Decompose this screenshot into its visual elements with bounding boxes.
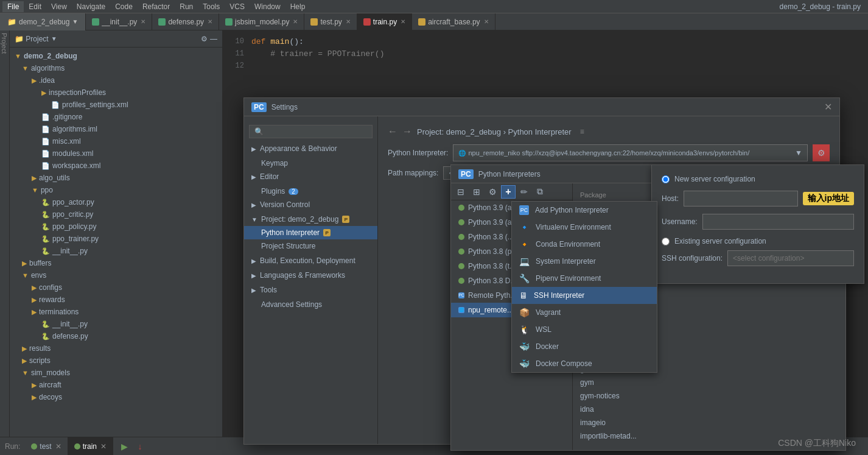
tab-init[interactable]: __init__.py ✕ xyxy=(86,13,152,30)
close-btn[interactable]: ✕ xyxy=(346,18,351,25)
settings-project-header[interactable]: ▼ Project: demo_2_debug P xyxy=(244,213,377,226)
tree-item-algorithms[interactable]: ▼ algorithms xyxy=(10,62,222,74)
settings-keymap[interactable]: Keymap xyxy=(244,157,377,170)
nav-forward-btn[interactable]: → xyxy=(402,126,412,137)
menu-run[interactable]: Run xyxy=(175,1,198,12)
tree-item-buffers[interactable]: ▶ buffers xyxy=(10,257,222,269)
settings-python-interpreter[interactable]: Python Interpreter P xyxy=(244,226,377,239)
tree-item-ppo-trainer[interactable]: 🐍 ppo_trainer.py xyxy=(10,233,222,245)
dropdown-virtualenv[interactable]: 🔹 Virtualenv Environment xyxy=(512,219,657,236)
menu-refactor[interactable]: Refactor xyxy=(138,1,175,12)
menu-window[interactable]: Window xyxy=(250,1,285,12)
menu-edit[interactable]: Edit xyxy=(24,1,46,12)
dropdown-conda[interactable]: 🔸 Conda Environment xyxy=(512,236,657,253)
run-tab-test[interactable]: test ✕ xyxy=(25,437,68,456)
tree-item-configs[interactable]: ▶ configs xyxy=(10,281,222,294)
toolbar-add-btn[interactable]: + xyxy=(501,185,516,199)
dropdown-docker-compose[interactable]: 🐳 Docker Compose xyxy=(512,355,657,372)
tree-item-ppo-actor[interactable]: 🐍 ppo_actor.py xyxy=(10,196,222,208)
run-play-btn[interactable]: ▶ xyxy=(118,440,130,453)
tree-item-misc[interactable]: 📄 misc.xml xyxy=(10,135,222,147)
tree-item-profiles[interactable]: 📄 profiles_settings.xml xyxy=(10,99,222,111)
nav-back-btn[interactable]: ← xyxy=(388,126,397,137)
tree-item-rewards[interactable]: ▶ rewards xyxy=(10,294,222,306)
tree-item-ppo-policy[interactable]: 🐍 ppo_policy.py xyxy=(10,220,222,233)
toolbar-copy-btn[interactable]: ⧉ xyxy=(533,185,547,199)
tree-item-algorithms-iml[interactable]: 📄 algorithms.iml xyxy=(10,123,222,135)
menu-tools[interactable]: Tools xyxy=(198,1,225,12)
run-close-train[interactable]: ✕ xyxy=(100,442,107,451)
dropdown-vagrant[interactable]: 📦 Vagrant xyxy=(512,304,657,321)
menu-vcs[interactable]: VCS xyxy=(225,1,250,12)
menu-navigate[interactable]: Navigate xyxy=(72,1,110,12)
dropdown-wsl[interactable]: 🐧 WSL xyxy=(512,321,657,338)
close-btn[interactable]: ✕ xyxy=(293,18,298,25)
toolbar-collapse-btn[interactable]: ⊟ xyxy=(453,185,468,199)
tree-item-init2[interactable]: 🐍 __init__.py xyxy=(10,318,222,330)
settings-tools-header[interactable]: ▶ Tools xyxy=(244,283,377,297)
tree-item-workspace[interactable]: 📄 workspace.xml xyxy=(10,160,222,172)
settings-search-input[interactable] xyxy=(249,125,373,138)
settings-advanced[interactable]: Advanced Settings xyxy=(244,298,377,311)
dropdown-add-interpreter[interactable]: PC Add Python Interpreter xyxy=(512,202,657,219)
run-stop-btn[interactable]: ↓ xyxy=(134,440,146,453)
tree-item-aircraft[interactable]: ▶ aircraft xyxy=(10,379,222,391)
tree-item-modules[interactable]: 📄 modules.xml xyxy=(10,147,222,160)
settings-close-btn[interactable]: ✕ xyxy=(824,101,832,113)
menu-help[interactable]: Help xyxy=(285,1,310,12)
tree-item-scripts[interactable]: ▶ scripts xyxy=(10,354,222,367)
interpreter-select[interactable]: 🌐 npu_remote_niko sftp://xzq@ipv4.taoche… xyxy=(453,144,808,161)
existing-server-radio[interactable] xyxy=(662,238,670,245)
close-btn[interactable]: ✕ xyxy=(208,18,212,25)
tree-root[interactable]: ▼ demo_2_debug xyxy=(10,50,222,62)
menu-view[interactable]: View xyxy=(46,1,72,12)
dropdown-system[interactable]: 💻 System Interpreter xyxy=(512,253,657,270)
run-close-test[interactable]: ✕ xyxy=(55,442,61,451)
tree-item-results[interactable]: ▶ results xyxy=(10,342,222,354)
settings-appearance-header[interactable]: ▶ Appearance & Behavior xyxy=(244,142,377,155)
menu-code[interactable]: Code xyxy=(110,1,138,12)
breadcrumb-settings-icon[interactable]: ≡ xyxy=(580,127,584,136)
tree-item-inspectionProfiles[interactable]: ▶ inspectionProfiles xyxy=(10,86,222,99)
tab-aircraft[interactable]: aircraft_base.py ✕ xyxy=(412,13,495,30)
tree-item-idea[interactable]: ▶ .idea xyxy=(10,74,222,86)
close-btn[interactable]: ✕ xyxy=(401,18,405,25)
settings-build-header[interactable]: ▶ Build, Execution, Deployment xyxy=(244,254,377,267)
dropdown-docker[interactable]: 🐳 Docker xyxy=(512,338,657,355)
tree-item-decoys[interactable]: ▶ decoys xyxy=(10,391,222,403)
tab-defense[interactable]: defense.py ✕ xyxy=(152,13,219,30)
dropdown-ssh[interactable]: 🖥 SSH Interpreter xyxy=(512,287,657,304)
menu-file[interactable]: File xyxy=(2,1,24,12)
tree-item-terminations[interactable]: ▶ terminations xyxy=(10,306,222,318)
tree-item-sim-models[interactable]: ▼ sim_models xyxy=(10,367,222,379)
tree-item-gitignore[interactable]: 📄 .gitignore xyxy=(10,111,222,123)
project-close-icon[interactable]: — xyxy=(210,35,217,43)
tree-item-ppo[interactable]: ▼ ppo xyxy=(10,184,222,196)
ssh-config-input[interactable] xyxy=(727,250,854,266)
tree-item-defense[interactable]: 🐍 defense.py xyxy=(10,330,222,342)
toolbar-gear-btn[interactable]: ⚙ xyxy=(485,185,500,199)
settings-plugins[interactable]: Plugins 2 xyxy=(244,185,377,198)
run-tab-train[interactable]: train ✕ xyxy=(68,437,113,456)
new-server-radio[interactable] xyxy=(662,175,670,183)
settings-languages-header[interactable]: ▶ Languages & Frameworks xyxy=(244,269,377,282)
interpreter-settings-btn[interactable]: ⚙ xyxy=(813,144,830,161)
username-input[interactable] xyxy=(702,214,854,230)
project-gear-icon[interactable]: ⚙ xyxy=(201,35,208,43)
tree-item-algo-utils[interactable]: ▶ algo_utils xyxy=(10,172,222,184)
host-input[interactable] xyxy=(684,191,798,206)
tab-train[interactable]: train.py ✕ xyxy=(357,13,412,30)
settings-project-structure[interactable]: Project Structure xyxy=(244,239,377,253)
settings-vcs-header[interactable]: ▶ Version Control xyxy=(244,198,377,211)
tab-jsbsim[interactable]: jsbsim_model.py ✕ xyxy=(219,13,304,30)
tab-test[interactable]: test.py ✕ xyxy=(304,13,357,30)
sidebar-project-tab[interactable]: Project xyxy=(0,30,9,56)
settings-editor-header[interactable]: ▶ Editor xyxy=(244,170,377,183)
tree-item-envs[interactable]: ▼ envs xyxy=(10,269,222,281)
dropdown-pipenv[interactable]: 🔧 Pipenv Environment xyxy=(512,270,657,287)
close-btn[interactable]: ✕ xyxy=(141,18,145,25)
tree-item-ppo-critic[interactable]: 🐍 ppo_critic.py xyxy=(10,208,222,220)
close-btn[interactable]: ✕ xyxy=(484,18,489,25)
toolbar-expand-btn[interactable]: ⊞ xyxy=(469,185,484,199)
toolbar-edit-btn[interactable]: ✏ xyxy=(517,185,531,199)
